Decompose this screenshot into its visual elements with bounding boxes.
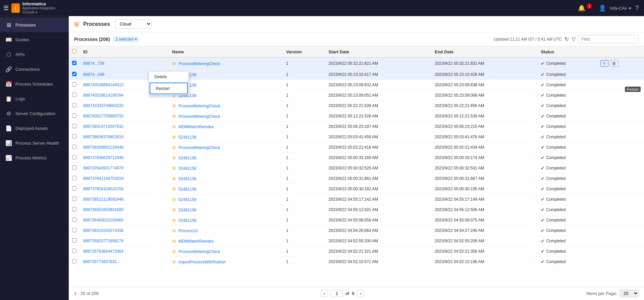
process-id-link[interactable]: 889737843931774976 — [83, 166, 123, 170]
prev-page-button[interactable]: ‹ — [321, 290, 328, 297]
next-page-button[interactable]: › — [357, 290, 364, 297]
sidebar-item-process-schedules[interactable]: 📅 Process Schedules — [0, 77, 69, 91]
process-id-link[interactable]: 889738636378402816 — [83, 135, 123, 139]
process-name-link[interactable]: 52481158 — [178, 177, 196, 181]
process-name-link[interactable]: ProcessMeteringCheck — [178, 114, 220, 119]
header-checkbox[interactable] — [69, 46, 80, 57]
items-per-page-select[interactable]: 102550100 — [620, 290, 639, 297]
row-checkbox-cell[interactable] — [69, 101, 80, 111]
row-checkbox[interactable] — [72, 217, 76, 222]
process-name-link[interactable]: ProcessMeteringCheck — [178, 145, 220, 150]
process-id-link[interactable]: 889735783664472064 — [83, 249, 123, 254]
process-id-link[interactable]: 889743533614198784 — [83, 93, 123, 98]
row-checkbox[interactable] — [72, 93, 76, 97]
row-checkbox-cell[interactable] — [69, 80, 80, 90]
row-checkbox-cell[interactable] — [69, 90, 80, 101]
process-id-link[interactable]: 889736501653831680 — [83, 207, 123, 212]
process-name-link[interactable]: 52481158 — [178, 197, 196, 202]
notification-icon[interactable]: 🔔 — [578, 4, 585, 12]
row-checkbox-cell[interactable] — [69, 173, 80, 184]
hamburger-icon[interactable]: ☰ — [3, 4, 9, 12]
row-checkbox-cell[interactable] — [69, 236, 80, 246]
process-id-link[interactable]: 889743536894144512 — [83, 83, 123, 87]
process-name-link[interactable]: MDMMatchReindex — [178, 239, 214, 244]
row-checkbox[interactable] — [72, 259, 76, 263]
context-menu-delete[interactable]: Delete — [149, 71, 189, 82]
sidebar-item-deployed-assets[interactable]: 📄 Deployed Assets — [0, 121, 69, 136]
row-checkbox[interactable] — [72, 249, 76, 253]
row-checkbox[interactable] — [72, 113, 76, 118]
process-id-link[interactable]: 889736310242574336 — [83, 228, 123, 233]
row-checkbox-cell[interactable] — [69, 57, 80, 69]
process-id-link[interactable]: 889738300662120448 — [83, 145, 123, 150]
selected-badge[interactable]: 2 selected ▾ — [113, 36, 140, 42]
sidebar-item-logs[interactable]: 📋 Logs — [0, 91, 69, 106]
row-checkbox-cell[interactable] — [69, 142, 80, 153]
user-icon[interactable]: 👤 — [599, 4, 606, 12]
context-menu-restart[interactable]: Restart — [150, 83, 188, 94]
sidebar-item-process-server-health[interactable]: 📊 Process Server Health — [0, 136, 69, 150]
refresh-icon[interactable]: ↻ — [565, 36, 569, 42]
row-checkbox[interactable] — [72, 197, 76, 201]
cloud-select[interactable]: CloudOn-Premise — [115, 19, 152, 29]
row-checkbox-cell[interactable] — [69, 69, 80, 80]
restart-action-button[interactable]: ↻ — [600, 60, 608, 67]
process-id-link[interactable]: 889737841146753024 — [83, 176, 123, 181]
row-checkbox[interactable] — [72, 155, 76, 159]
process-id-link[interactable]: 889739314710597632 — [83, 124, 123, 129]
row-checkbox-cell[interactable] — [69, 194, 80, 205]
find-input[interactable] — [578, 35, 639, 43]
process-name-link[interactable]: ImportProcessWithPublish — [178, 260, 226, 264]
process-id-link[interactable]: 889735774937831... — [83, 259, 120, 264]
sidebar-item-connections[interactable]: 🔗 Connections — [0, 62, 69, 77]
process-name-link[interactable]: ProcessMeteringCheck — [178, 61, 220, 66]
row-checkbox[interactable] — [72, 207, 76, 211]
sidebar-item-processes[interactable]: ⊞ Processes — [0, 17, 69, 32]
row-checkbox-cell[interactable] — [69, 163, 80, 173]
process-id-link[interactable]: 889735925771698176 — [83, 239, 123, 243]
process-name-link[interactable]: ProcessMeteringCheck — [178, 104, 220, 108]
row-checkbox-cell[interactable] — [69, 205, 80, 215]
row-checkbox[interactable] — [72, 103, 76, 107]
row-checkbox-cell[interactable] — [69, 246, 80, 257]
row-checkbox-cell[interactable] — [69, 153, 80, 163]
row-checkbox-cell[interactable] — [69, 184, 80, 194]
process-name-link[interactable]: 52481158 — [178, 166, 196, 171]
process-id-link[interactable]: 88974...048 — [83, 72, 104, 77]
select-all-checkbox[interactable] — [72, 49, 76, 53]
row-checkbox-cell[interactable] — [69, 132, 80, 142]
row-checkbox[interactable] — [72, 186, 76, 191]
help-icon[interactable]: ? — [635, 5, 639, 12]
sidebar-item-server-configuration[interactable]: ⚙ Server Configuration — [0, 106, 69, 121]
filter-icon[interactable]: ▽ — [572, 36, 576, 42]
row-checkbox-cell[interactable] — [69, 121, 80, 132]
delete-action-button[interactable]: 🗑 — [610, 60, 619, 67]
row-checkbox-cell[interactable] — [69, 226, 80, 236]
process-name-link[interactable]: 52481158 — [178, 208, 196, 212]
row-checkbox[interactable] — [72, 238, 76, 243]
sidebar-item-process-metrics[interactable]: 📈 Process Metrics — [0, 150, 69, 165]
process-name-link[interactable]: 52481158 — [178, 218, 196, 223]
process-id-link[interactable]: 889740817705889792 — [83, 114, 123, 118]
process-id-link[interactable]: 889737846628712448 — [83, 155, 123, 160]
process-id-link[interactable]: 889736521119592448 — [83, 197, 123, 202]
process-id-link[interactable]: 88974...736 — [83, 61, 104, 66]
row-checkbox[interactable] — [72, 72, 76, 76]
process-name-link[interactable]: MDMMatchReindex — [178, 124, 214, 129]
process-id-link[interactable]: 889737834104520704 — [83, 187, 123, 191]
row-checkbox[interactable] — [72, 61, 76, 65]
row-checkbox[interactable] — [72, 165, 76, 170]
process-id-link[interactable]: 889736483010150400 — [83, 218, 123, 222]
process-name-link[interactable]: 52481158 — [178, 156, 196, 160]
row-checkbox[interactable] — [72, 145, 76, 149]
row-checkbox-cell[interactable] — [69, 215, 80, 226]
row-checkbox[interactable] — [72, 176, 76, 180]
row-checkbox-cell[interactable] — [69, 257, 80, 267]
process-name-link[interactable]: 52481158 — [178, 135, 196, 140]
row-checkbox[interactable] — [72, 82, 76, 87]
page-input[interactable] — [331, 290, 343, 297]
process-name-link[interactable]: Process10 — [178, 229, 198, 233]
sidebar-item-apis[interactable]: ⬡ APIs — [0, 47, 69, 62]
process-name-link[interactable]: ProcessMeteringCheck — [178, 249, 220, 254]
row-checkbox[interactable] — [72, 228, 76, 232]
